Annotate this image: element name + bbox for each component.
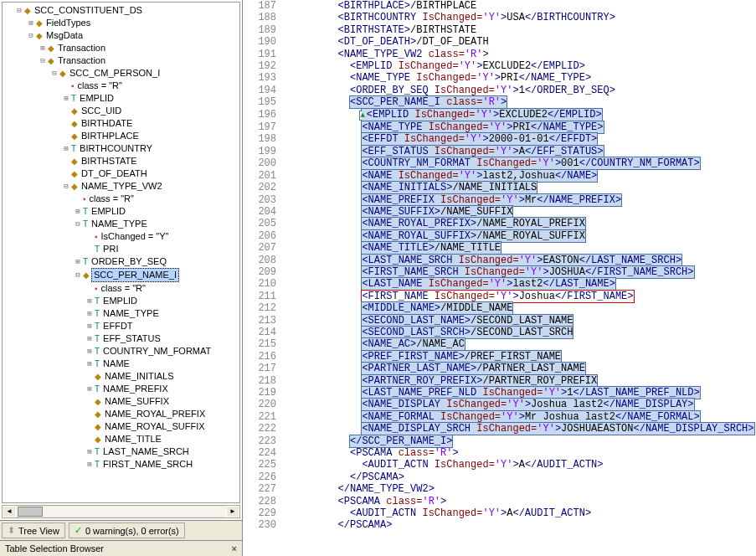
code-editor[interactable]: 187 <BIRTHPLACE>/BIRTHPLACE188 <BIRTHCOU… <box>243 0 756 556</box>
code-line[interactable]: 187 <BIRTHPLACE>/BIRTHPLACE <box>243 0 756 12</box>
tree-node[interactable]: ⊟◆SCC_CONSTITUENT_DS <box>3 4 239 17</box>
tree-node[interactable]: ▪class = "R" <box>3 282 239 295</box>
code-line[interactable]: 210 <LAST_NAME IsChanged='Y'>last2</LAST… <box>243 278 756 290</box>
tree-node[interactable]: ⊞TEFFDT <box>3 320 239 332</box>
scroll-left-icon[interactable]: ◄ <box>3 506 16 517</box>
tree-node[interactable]: ⊞◆FieldTypes <box>3 17 239 29</box>
code-line[interactable]: 219 <LAST_NAME_PREF_NLD IsChanged='Y'>1<… <box>243 387 756 399</box>
code-line[interactable]: 226 </PSCAMA> <box>243 471 756 483</box>
collapse-icon[interactable]: ⊟ <box>73 269 83 281</box>
collapse-icon[interactable]: ⊟ <box>14 4 24 17</box>
code-line[interactable]: 227 </NAME_TYPE_VW2> <box>243 483 756 495</box>
code-line[interactable]: 214 <SECOND_LAST_SRCH>/SECOND_LAST_SRCH <box>243 327 756 338</box>
tree-node[interactable]: ◆NAME_TITLE <box>3 433 239 445</box>
tree-node[interactable]: ⊞TEFF_STATUS <box>3 332 239 345</box>
tree-node[interactable]: ⊞◆Transaction <box>3 42 239 54</box>
tree-node[interactable]: ⊞TEMPLID <box>3 205 239 218</box>
expand-icon[interactable]: ⊞ <box>61 142 71 155</box>
collapse-icon[interactable]: ⊟ <box>73 218 83 230</box>
tree-node[interactable]: ◆BIRTHPLACE <box>3 130 239 142</box>
code-line[interactable]: 221 <NAME_FORMAL IsChanged='Y'>Mr Joshua… <box>243 411 756 423</box>
code-line[interactable]: 195 <SCC_PER_NAME_I class='R'> <box>243 96 756 108</box>
code-line[interactable]: 208 <LAST_NAME_SRCH IsChanged='Y'>EASTON… <box>243 255 756 266</box>
tree-node[interactable]: ⊞TNAME_TYPE <box>3 307 239 320</box>
code-line[interactable]: 207 <NAME_TITLE>/NAME_TITLE <box>243 242 756 254</box>
collapse-icon[interactable]: ⊟ <box>26 29 36 42</box>
close-icon[interactable]: × <box>232 543 237 553</box>
code-line[interactable]: 196 ▲<EMPLID IsChanged='Y'>EXCLUDE2</EMP… <box>243 109 756 121</box>
tree-node[interactable]: ▪class = "R" <box>3 80 239 92</box>
tree-node[interactable]: ⊟◆Transaction <box>3 54 239 67</box>
tree-node[interactable]: ⊟◆SCC_PER_NAME_I <box>3 268 239 282</box>
expand-icon[interactable]: ⊞ <box>85 358 95 370</box>
code-line[interactable]: 197 <NAME_TYPE IsChanged='Y'>PRI</NAME_T… <box>243 121 756 133</box>
code-line[interactable]: 209 <FIRST_NAME_SRCH IsChanged='Y'>JOSHU… <box>243 266 756 278</box>
tree-node[interactable]: ⊞TORDER_BY_SEQ <box>3 255 239 268</box>
collapse-icon[interactable]: ⊟ <box>61 180 71 193</box>
tree-node[interactable]: ⊟◆SCC_CM_PERSON_I <box>3 67 239 80</box>
code-line[interactable]: 218 <PARTNER_ROY_PREFIX>/PARTNER_ROY_PRE… <box>243 375 756 387</box>
code-line[interactable]: 212 <MIDDLE_NAME>/MIDDLE_NAME <box>243 302 756 314</box>
expand-icon[interactable]: ⊞ <box>26 17 36 29</box>
code-line[interactable]: 228 <PSCAMA class='R'> <box>243 496 756 507</box>
expand-icon[interactable]: ⊞ <box>61 92 71 105</box>
collapse-icon[interactable]: ⊟ <box>49 67 59 80</box>
code-line[interactable]: 217 <PARTNER_LAST_NAME>/PARTNER_LAST_NAM… <box>243 363 756 374</box>
code-line[interactable]: 206 <NAME_ROYAL_SUFFIX>/NAME_ROYAL_SUFFI… <box>243 230 756 242</box>
horizontal-scrollbar[interactable]: ◄ ► <box>2 505 240 518</box>
code-line[interactable]: 223 </SCC_PER_NAME_I> <box>243 435 756 447</box>
code-line[interactable]: 225 <AUDIT_ACTN IsChanged='Y'>A</AUDIT_A… <box>243 459 756 471</box>
expand-icon[interactable]: ⊞ <box>85 307 95 320</box>
tree-node[interactable]: ⊟◆NAME_TYPE_VW2 <box>3 180 239 193</box>
expand-icon[interactable]: ⊞ <box>85 445 95 458</box>
code-line[interactable]: 211 <FIRST_NAME IsChanged='Y'>Joshua</FI… <box>243 291 756 302</box>
expand-icon[interactable]: ⊞ <box>73 255 83 268</box>
code-line[interactable]: 204 <NAME_SUFFIX>/NAME_SUFFIX <box>243 206 756 218</box>
code-line[interactable]: 190 <DT_OF_DEATH>/DT_OF_DEATH <box>243 36 756 48</box>
code-line[interactable]: 192 <EMPLID IsChanged='Y'>EXCLUDE2</EMPL… <box>243 60 756 72</box>
code-line[interactable]: 222 <NAME_DISPLAY_SRCH IsChanged='Y'>JOS… <box>243 423 756 435</box>
expand-icon[interactable]: ⊞ <box>85 345 95 358</box>
tree-node[interactable]: ⊞TFIRST_NAME_SRCH <box>3 458 239 471</box>
tree-node[interactable]: ◆BIRTHSTATE <box>3 155 239 167</box>
code-line[interactable]: 200 <COUNTRY_NM_FORMAT IsChanged='Y'>001… <box>243 157 756 169</box>
tree-node[interactable]: ◆NAME_ROYAL_SUFFIX <box>3 420 239 433</box>
code-line[interactable]: 215 <NAME_AC>/NAME_AC <box>243 338 756 350</box>
tree-node[interactable]: ⊞TEMPLID <box>3 295 239 307</box>
warnings-button[interactable]: ✓ 0 warning(s), 0 error(s) <box>69 523 185 538</box>
collapse-icon[interactable]: ⊟ <box>38 54 48 67</box>
scroll-right-icon[interactable]: ► <box>226 506 239 517</box>
tree-view-button[interactable]: ⬍ Tree View <box>2 523 65 538</box>
code-line[interactable]: 230 </PSCAMA> <box>243 519 756 531</box>
code-line[interactable]: 191 <NAME_TYPE_VW2 class='R'> <box>243 49 756 60</box>
expand-icon[interactable]: ⊞ <box>85 332 95 345</box>
code-line[interactable]: 188 <BIRTHCOUNTRY IsChanged='Y'>USA</BIR… <box>243 12 756 23</box>
expand-icon[interactable]: ⊞ <box>85 458 95 471</box>
code-line[interactable]: 229 <AUDIT_ACTN IsChanged='Y'>A</AUDIT_A… <box>243 507 756 519</box>
expand-icon[interactable]: ⊞ <box>73 205 83 218</box>
scroll-track[interactable] <box>16 507 226 517</box>
tree-node[interactable]: ⊞TBIRTHCOUNTRY <box>3 142 239 155</box>
tree-node[interactable]: ⊞TNAME_PREFIX <box>3 383 239 395</box>
tree-node[interactable]: ⊞TLAST_NAME_SRCH <box>3 445 239 458</box>
tree-node[interactable]: ◆BIRTHDATE <box>3 117 239 130</box>
tree-node[interactable]: ⊟◆MsgData <box>3 29 239 42</box>
tree-node[interactable]: ◆NAME_INITIALS <box>3 370 239 383</box>
code-line[interactable]: 205 <NAME_ROYAL_PREFIX>/NAME_ROYAL_PREFI… <box>243 218 756 229</box>
code-line[interactable]: 216 <PREF_FIRST_NAME>/PREF_FIRST_NAME <box>243 351 756 363</box>
tree-node[interactable]: ⊟TNAME_TYPE <box>3 218 239 230</box>
tree-node[interactable]: ◆DT_OF_DEATH <box>3 167 239 180</box>
expand-icon[interactable]: ⊞ <box>85 295 95 307</box>
tree-node[interactable]: ⊞TCOUNTRY_NM_FORMAT <box>3 345 239 358</box>
code-line[interactable]: 220 <NAME_DISPLAY IsChanged='Y'>Joshua l… <box>243 399 756 410</box>
scroll-thumb[interactable] <box>18 507 43 517</box>
tree-node[interactable]: ◆NAME_SUFFIX <box>3 395 239 408</box>
code-line[interactable]: 194 <ORDER_BY_SEQ IsChanged='Y'>1</ORDER… <box>243 85 756 96</box>
code-line[interactable]: 201 <NAME IsChanged='Y'>last2,Joshua</NA… <box>243 170 756 182</box>
code-line[interactable]: 224 <PSCAMA class='R'> <box>243 447 756 459</box>
code-line[interactable]: 189 <BIRTHSTATE>/BIRTHSTATE <box>243 24 756 36</box>
expand-icon[interactable]: ⊞ <box>85 383 95 395</box>
code-line[interactable]: 199 <EFF_STATUS IsChanged='Y'>A</EFF_STA… <box>243 146 756 157</box>
tree-node[interactable]: ⊞TEMPLID <box>3 92 239 105</box>
code-line[interactable]: 203 <NAME_PREFIX IsChanged='Y'>Mr</NAME_… <box>243 194 756 206</box>
